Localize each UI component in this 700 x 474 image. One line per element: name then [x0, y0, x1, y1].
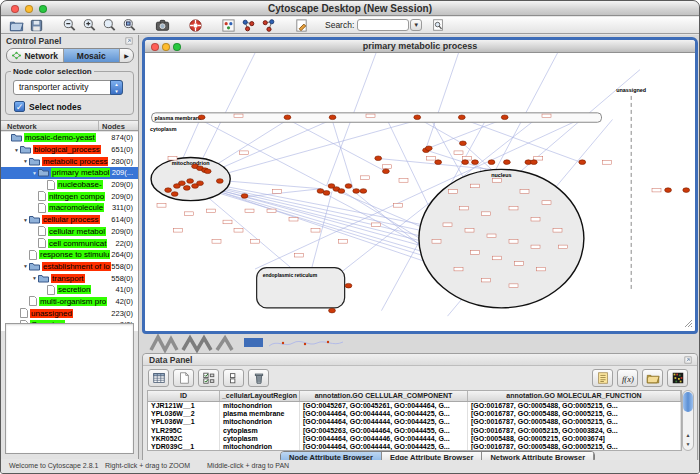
network-node[interactable]: [198, 115, 205, 120]
tree-item-secretion[interactable]: secretion41(0): [1, 284, 138, 296]
new-attribute-icon[interactable]: [173, 369, 194, 387]
window-titlebar[interactable]: Cytoscape Desktop (New Session): [1, 1, 699, 16]
snapshot-camera-icon[interactable]: [152, 17, 172, 33]
tree-item-primary-metabol[interactable]: ▼primary metabol209(...: [1, 167, 138, 179]
network-node[interactable]: [462, 160, 469, 165]
layout-network-b-icon[interactable]: [258, 17, 278, 33]
scrollbar-thumb[interactable]: [683, 392, 693, 412]
network-node[interactable]: [472, 160, 479, 165]
help-lifesaver-icon[interactable]: [185, 17, 205, 33]
network-node[interactable]: [501, 115, 508, 120]
network-node[interactable]: [425, 146, 432, 151]
table-row[interactable]: YJR121W__1mitochondrion[GO:0045267, GO:0…: [148, 402, 681, 410]
compartment-plasma-membrane[interactable]: [152, 113, 602, 122]
network-node[interactable]: [187, 179, 194, 184]
expander-icon[interactable]: ▼: [31, 275, 38, 281]
network-node[interactable]: [174, 184, 181, 189]
network-node[interactable]: [197, 181, 204, 186]
network-node[interactable]: [530, 160, 537, 165]
network-node[interactable]: [665, 188, 672, 193]
table-row[interactable]: YDR039C__1mitochondrion[GO:0044464, GO:0…: [148, 443, 681, 451]
select-attributes-icon[interactable]: [198, 369, 219, 387]
tree-item-biological-process[interactable]: ▼biological_process651(0): [1, 144, 138, 156]
float-panel-icon[interactable]: [124, 36, 134, 46]
table-row[interactable]: YPL036W__2plasma membrane[GO:0044464, GO…: [148, 410, 681, 418]
vizmapper-icon[interactable]: [218, 17, 238, 33]
network-node[interactable]: [375, 156, 382, 161]
table-row[interactable]: YKR052Ccytoplasm[GO:0044464, GO:0044446,…: [148, 435, 681, 443]
column-header[interactable]: _cellularLayoutRegion: [220, 391, 300, 401]
zoom-out-icon[interactable]: [59, 17, 79, 33]
attribute-table[interactable]: ID_cellularLayoutRegionannotation.GO CEL…: [147, 390, 682, 451]
network-node[interactable]: [414, 115, 421, 120]
network-node[interactable]: [383, 169, 390, 174]
network-view-window[interactable]: primary metabolic process plasma membran…: [142, 37, 698, 334]
tab-mosaic[interactable]: Mosaic: [64, 49, 121, 62]
tree-header[interactable]: Network Nodes: [1, 120, 138, 131]
tree-item-multi-organism-pro[interactable]: multi-organism pro42(0): [1, 296, 138, 308]
zoom-fit-icon[interactable]: [99, 17, 119, 33]
float-panel-icon[interactable]: [683, 355, 693, 365]
search-dropdown-icon[interactable]: ▼: [410, 19, 422, 31]
tree-item-establishment-of-lo[interactable]: ▼establishment of lo558(0): [1, 261, 138, 273]
tree-item-cell-communicat[interactable]: cell communicat22(0): [1, 237, 138, 249]
birds-eye-view[interactable]: [5, 323, 134, 454]
expander-icon[interactable]: ▼: [13, 147, 20, 153]
network-node[interactable]: [216, 179, 223, 184]
network-node[interactable]: [460, 141, 467, 146]
network-node[interactable]: [204, 169, 211, 174]
column-header[interactable]: annotation.GO CELLULAR_COMPONENT: [300, 391, 468, 401]
column-header[interactable]: annotation.GO MOLECULAR_FUNCTION: [468, 391, 681, 401]
network-node[interactable]: [360, 189, 367, 194]
network-node[interactable]: [345, 184, 352, 189]
scroll-up-icon[interactable]: ▲: [683, 431, 693, 440]
tree-item-response-to-stimulu[interactable]: response to stimulu264(0): [1, 249, 138, 261]
table-row[interactable]: YPL036W__1mitochondrion[GO:0044464, GO:0…: [148, 418, 681, 426]
network-node[interactable]: [683, 188, 690, 193]
node-color-dropdown[interactable]: transporter activity ▲▼: [13, 80, 123, 95]
search-options-icon[interactable]: [428, 17, 448, 33]
tree-item-transport[interactable]: ▼transport558(0): [1, 272, 138, 284]
matrix-icon[interactable]: [667, 369, 688, 387]
search-input[interactable]: [357, 19, 409, 31]
table-scrollbar[interactable]: ▲ ▼: [682, 390, 694, 451]
network-node[interactable]: [338, 189, 345, 194]
expander-icon[interactable]: ▼: [22, 158, 29, 164]
network-node[interactable]: [345, 283, 352, 288]
column-header[interactable]: ID: [148, 391, 220, 401]
tree-item-macromolecule[interactable]: macromolecule311(0): [1, 202, 138, 214]
tree-item-unassigned[interactable]: unassigned223(0): [1, 307, 138, 319]
zoom-in-icon[interactable]: [79, 17, 99, 33]
network-node[interactable]: [504, 160, 511, 165]
network-canvas[interactable]: plasma membranemitochondrionnucleusendop…: [145, 53, 695, 330]
network-window-titlebar[interactable]: primary metabolic process: [145, 40, 695, 53]
attribute-table-icon[interactable]: [148, 369, 169, 387]
network-node[interactable]: [165, 188, 172, 193]
network-node[interactable]: [488, 160, 495, 165]
formula-builder-icon[interactable]: f(x): [617, 369, 638, 387]
compartment-nucleus[interactable]: [419, 169, 584, 308]
network-node[interactable]: [329, 308, 336, 313]
tab-network[interactable]: Network: [7, 49, 64, 62]
layout-network-a-icon[interactable]: [238, 17, 258, 33]
expander-icon[interactable]: ▼: [31, 170, 38, 176]
tree-item-metabolic-process[interactable]: ▼metabolic process280(0): [1, 155, 138, 167]
attribute-list-icon[interactable]: [592, 369, 613, 387]
tree-item-nitrogen-compo[interactable]: nitrogen compo209(0): [1, 190, 138, 202]
network-node[interactable]: [284, 115, 291, 120]
expander-icon[interactable]: ▼: [22, 263, 29, 269]
resize-grip-icon[interactable]: [685, 320, 692, 327]
network-node[interactable]: [183, 186, 190, 191]
unselect-attributes-icon[interactable]: [223, 369, 244, 387]
dropdown-stepper-icon[interactable]: ▲▼: [110, 80, 123, 95]
tree-item-cellular-process[interactable]: ▼cellular process614(0): [1, 214, 138, 226]
network-node[interactable]: [329, 115, 336, 120]
network-node[interactable]: [353, 189, 360, 194]
network-node[interactable]: [435, 160, 442, 165]
open-file-icon[interactable]: [6, 17, 26, 33]
expander-icon[interactable]: ▼: [22, 217, 29, 223]
save-session-icon[interactable]: [26, 17, 46, 33]
network-node[interactable]: [323, 191, 330, 196]
annotation-icon[interactable]: [291, 17, 311, 33]
zoom-selected-icon[interactable]: [119, 17, 139, 33]
